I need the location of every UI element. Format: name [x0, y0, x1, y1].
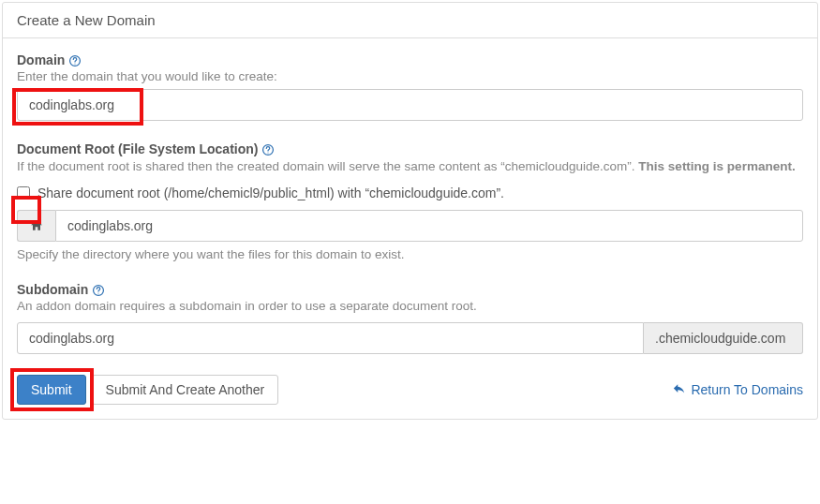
svg-point-5: [98, 292, 99, 293]
docroot-note-prefix: If the document root is shared then the …: [17, 159, 638, 173]
docroot-label: Document Root (File System Location): [17, 141, 258, 156]
subdomain-input-group: .chemicloudguide.com: [17, 322, 803, 354]
share-docroot-checkbox[interactable]: [17, 186, 30, 200]
question-circle-icon[interactable]: [92, 284, 105, 298]
submit-create-another-button[interactable]: Submit And Create Another: [92, 375, 279, 405]
docroot-group: Document Root (File System Location) If …: [17, 141, 803, 261]
home-icon: [17, 210, 55, 242]
share-docroot-label: Share document root (/home/chemicl9/publ…: [37, 185, 504, 200]
docroot-path-input[interactable]: [55, 210, 803, 242]
submit-button[interactable]: Submit: [17, 375, 86, 405]
reply-arrow-icon: [672, 381, 686, 398]
subdomain-group: Subdomain An addon domain requires a sub…: [17, 282, 803, 354]
subdomain-help-text: An addon domain requires a subdomain in …: [17, 299, 803, 313]
docroot-path-group: [17, 210, 803, 242]
docroot-hint: Specify the directory where you want the…: [17, 247, 803, 261]
domain-help-text: Enter the domain that you would like to …: [17, 69, 803, 83]
subdomain-label: Subdomain: [17, 282, 88, 297]
subdomain-suffix: .chemicloudguide.com: [644, 322, 803, 354]
panel-title: Create a New Domain: [3, 3, 817, 38]
return-to-domains-link[interactable]: Return To Domains: [672, 381, 803, 398]
domain-group: Domain Enter the domain that you would l…: [17, 52, 803, 121]
domain-label: Domain: [17, 52, 65, 67]
domain-input[interactable]: [17, 89, 803, 121]
return-link-label: Return To Domains: [691, 382, 803, 397]
docroot-note: If the document root is shared then the …: [17, 158, 803, 176]
actions-row: Submit Submit And Create Another Return …: [17, 375, 803, 405]
svg-point-1: [75, 63, 76, 64]
svg-point-3: [268, 152, 269, 153]
subdomain-input[interactable]: [17, 322, 644, 354]
create-domain-panel: Create a New Domain Domain Enter the dom…: [2, 2, 818, 420]
docroot-note-bold: This setting is permanent.: [638, 159, 795, 173]
question-circle-icon[interactable]: [68, 54, 82, 68]
share-docroot-row[interactable]: Share document root (/home/chemicl9/publ…: [17, 185, 803, 200]
question-circle-icon[interactable]: [261, 143, 275, 157]
